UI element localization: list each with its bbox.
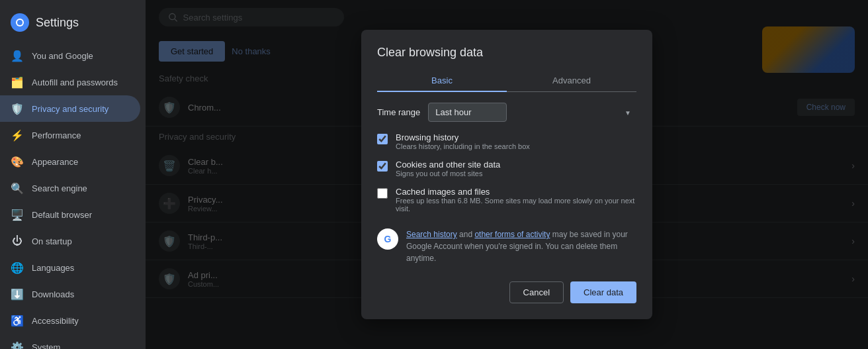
sidebar-item-search-engine[interactable]: 🔍 Search engine xyxy=(0,175,140,201)
sidebar-item-privacy-security[interactable]: 🛡️ Privacy and security xyxy=(0,95,140,122)
sidebar-label-appearance: Appearance xyxy=(32,157,78,167)
cached-images-checkbox[interactable] xyxy=(377,188,388,199)
sidebar-label-privacy: Privacy and security xyxy=(32,104,108,114)
sidebar: Settings 👤 You and Google 🗂️ Autofill an… xyxy=(0,0,146,349)
autofill-icon: 🗂️ xyxy=(11,75,24,89)
appearance-icon: 🎨 xyxy=(11,155,24,168)
search-engine-icon: 🔍 xyxy=(11,181,24,195)
search-history-link[interactable]: Search history xyxy=(406,230,457,239)
downloads-icon: ⬇️ xyxy=(11,287,24,301)
shield-icon: 🛡️ xyxy=(11,102,24,115)
cancel-button[interactable]: Cancel xyxy=(509,281,564,303)
cookies-checkbox[interactable] xyxy=(377,161,388,172)
cached-images-sub: Frees up less than 6.8 MB. Some sites ma… xyxy=(396,197,636,213)
sidebar-label-accessibility: Accessibility xyxy=(32,316,79,326)
sidebar-item-downloads[interactable]: ⬇️ Downloads xyxy=(0,281,140,307)
sidebar-item-autofill[interactable]: 🗂️ Autofill and passwords xyxy=(0,69,140,95)
cached-images-text: Cached images and files Frees up less th… xyxy=(396,187,636,213)
default-browser-icon: 🖥️ xyxy=(11,208,24,221)
tab-advanced[interactable]: Advanced xyxy=(507,70,636,92)
dialog-tabs: Basic Advanced xyxy=(377,70,636,92)
cookies-label: Cookies and other site data xyxy=(396,160,500,170)
sidebar-label-performance: Performance xyxy=(32,130,81,140)
sidebar-header: Settings xyxy=(0,8,146,42)
sidebar-item-performance[interactable]: ⚡ Performance xyxy=(0,122,140,148)
cookies-checkbox-item: Cookies and other site data Signs you ou… xyxy=(377,160,636,177)
modal-overlay: Clear browsing data Basic Advanced Time … xyxy=(146,0,868,349)
cookies-text: Cookies and other site data Signs you ou… xyxy=(396,160,500,177)
sidebar-item-you-and-google[interactable]: 👤 You and Google xyxy=(0,42,140,69)
accessibility-icon: ♿ xyxy=(11,314,24,327)
account-note: G Search history and other forms of acti… xyxy=(377,222,636,271)
startup-icon: ⏻ xyxy=(11,234,24,248)
sidebar-label-search-engine: Search engine xyxy=(32,183,87,193)
sidebar-item-appearance[interactable]: 🎨 Appearance xyxy=(0,148,140,175)
other-activity-link[interactable]: other forms of activity xyxy=(474,230,550,239)
time-range-label: Time range xyxy=(377,107,420,117)
sidebar-label-system: System xyxy=(32,342,60,350)
sidebar-item-on-startup[interactable]: ⏻ On startup xyxy=(0,228,140,254)
sidebar-item-default-browser[interactable]: 🖥️ Default browser xyxy=(0,201,140,228)
performance-icon: ⚡ xyxy=(11,128,24,142)
chrome-logo-icon xyxy=(11,13,29,32)
browsing-history-sub: Clears history, including in the search … xyxy=(396,142,530,150)
sidebar-label-default-browser: Default browser xyxy=(32,210,92,220)
system-icon: ⚙️ xyxy=(11,340,24,349)
time-range-select-wrapper[interactable]: Last hour Last 24 hours Last 7 days Last… xyxy=(428,103,636,122)
languages-icon: 🌐 xyxy=(11,261,24,274)
svg-point-2 xyxy=(17,20,22,25)
browsing-history-checkbox-item: Browsing history Clears history, includi… xyxy=(377,132,636,150)
sidebar-label-on-startup: On startup xyxy=(32,236,72,246)
dialog-title: Clear browsing data xyxy=(377,46,636,60)
sidebar-item-accessibility[interactable]: ♿ Accessibility xyxy=(0,307,140,334)
sidebar-item-system[interactable]: ⚙️ System xyxy=(0,334,140,349)
time-range-row: Time range Last hour Last 24 hours Last … xyxy=(377,103,636,122)
app-title: Settings xyxy=(36,16,79,30)
sidebar-label-languages: Languages xyxy=(32,263,74,273)
sidebar-label-autofill: Autofill and passwords xyxy=(32,77,118,87)
cached-images-checkbox-item: Cached images and files Frees up less th… xyxy=(377,187,636,213)
tab-basic[interactable]: Basic xyxy=(377,70,507,92)
sidebar-label-downloads: Downloads xyxy=(32,289,74,299)
clear-data-button[interactable]: Clear data xyxy=(570,281,636,303)
account-text: Search history and other forms of activi… xyxy=(406,228,636,264)
browsing-history-text: Browsing history Clears history, includi… xyxy=(396,132,530,150)
cookies-sub: Signs you out of most sites xyxy=(396,170,500,177)
google-icon: G xyxy=(377,228,398,250)
browsing-history-checkbox[interactable] xyxy=(377,134,388,144)
dialog-footer: Cancel Clear data xyxy=(377,281,636,303)
clear-browsing-dialog: Clear browsing data Basic Advanced Time … xyxy=(361,30,652,319)
sidebar-item-languages[interactable]: 🌐 Languages xyxy=(0,254,140,281)
main-content: Get started No thanks Safety check 🛡️ Ch… xyxy=(146,0,868,349)
time-range-select[interactable]: Last hour Last 24 hours Last 7 days Last… xyxy=(428,103,507,122)
cached-images-label: Cached images and files xyxy=(396,187,636,197)
browsing-history-label: Browsing history xyxy=(396,132,530,142)
sidebar-label-you-and-google: You and Google xyxy=(32,51,93,61)
person-icon: 👤 xyxy=(11,49,24,62)
